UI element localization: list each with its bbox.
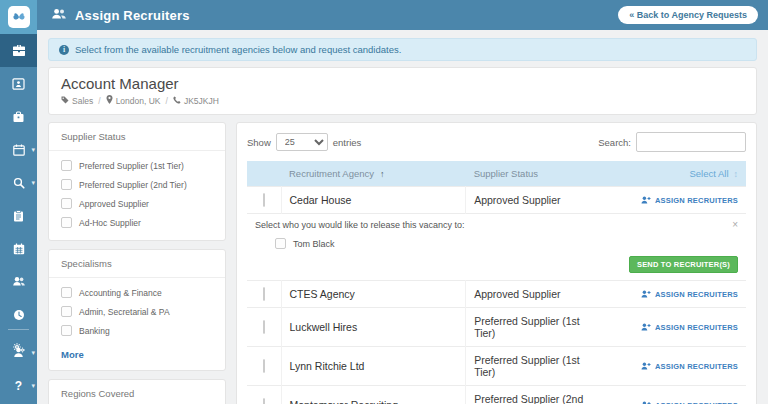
agency-name: Montemayor Recruiting <box>281 386 466 404</box>
tag-icon <box>61 96 69 106</box>
entries-label: entries <box>333 137 362 148</box>
location-tag: London, UK <box>106 95 161 106</box>
filter-title: Regions Covered <box>49 380 225 404</box>
assign-recruiters-link[interactable]: ASSIGN RECRUITERS <box>641 401 738 404</box>
filter-option[interactable]: Approved Supplier <box>61 198 213 209</box>
filter-option[interactable]: Preferred Supplier (2nd Tier) <box>61 179 213 190</box>
filter-supplier-status: Supplier Status Preferred Supplier (1st … <box>48 122 226 241</box>
filter-column: Supplier Status Preferred Supplier (1st … <box>48 122 226 404</box>
sector-tag: Sales <box>61 96 93 106</box>
tag-separator: / <box>98 96 100 106</box>
assign-recruiters-link[interactable]: ASSIGN RECRUITERS <box>641 290 738 299</box>
phone-icon <box>173 96 181 106</box>
send-to-recruiters-button[interactable]: SEND TO RECRUITER(S) <box>629 256 738 273</box>
show-label: Show <box>247 137 271 148</box>
checkbox[interactable] <box>61 325 72 336</box>
assign-recruiters-link[interactable]: ASSIGN RECRUITERS <box>641 196 738 205</box>
checkbox[interactable] <box>61 217 72 228</box>
table-row: Luckwell Hires Preferred Supplier (1st T… <box>247 308 746 347</box>
account-manager-card: Account Manager Sales / London, UK / JK5… <box>48 67 757 115</box>
checkbox[interactable] <box>275 238 286 249</box>
tag-separator: / <box>166 96 168 106</box>
sidebar-item-contacts[interactable] <box>0 67 37 100</box>
assign-recruiters-link[interactable]: ASSIGN RECRUITERS <box>641 362 738 371</box>
reference-tag: JK5JKJH <box>173 96 219 106</box>
sidebar-item-candidates[interactable] <box>0 265 37 298</box>
sidebar-item-help[interactable]: ? ▾ <box>0 369 37 402</box>
header-select-all[interactable]: Select All↕ <box>596 161 746 187</box>
agency-name: Luckwell Hires <box>281 308 466 347</box>
sidebar-item-vacancies[interactable] <box>0 34 37 67</box>
supplier-status: Approved Supplier <box>466 187 596 214</box>
row-checkbox[interactable] <box>263 287 265 301</box>
close-icon[interactable]: × <box>732 220 738 230</box>
sidebar-item-tasks[interactable] <box>0 199 37 232</box>
page-title-group: Assign Recruiters <box>51 8 190 23</box>
filter-title: Supplier Status <box>49 123 225 151</box>
filter-option[interactable]: Preferred Supplier (1st Tier) <box>61 160 213 171</box>
search-input[interactable] <box>636 132 746 152</box>
checkbox[interactable] <box>61 306 72 317</box>
supplier-status: Preferred Supplier (2nd Tier) <box>466 386 596 404</box>
sort-ascending-icon[interactable]: ↑ <box>380 169 385 179</box>
row-checkbox[interactable] <box>263 359 265 373</box>
checkbox[interactable] <box>61 179 72 190</box>
back-to-agency-requests-button[interactable]: « Back to Agency Requests <box>618 6 758 24</box>
header-agency[interactable]: Recruitment Agency↑ <box>281 161 466 187</box>
recruiter-option[interactable]: Tom Black <box>247 234 746 254</box>
chevron-down-icon: ▾ <box>31 179 35 187</box>
sidebar-item-search[interactable]: ▾ <box>0 166 37 199</box>
agency-name: CTES Agency <box>281 281 466 308</box>
assign-recruiters-link[interactable]: ASSIGN RECRUITERS <box>641 323 738 332</box>
checkbox[interactable] <box>61 287 72 298</box>
calendar-icon <box>13 144 25 156</box>
calendar-grid-icon <box>13 243 25 255</box>
filter-option[interactable]: Accounting & Finance <box>61 287 213 298</box>
filter-title: Specialisms <box>49 250 225 278</box>
row-checkbox[interactable] <box>263 398 265 404</box>
agencies-panel: Show 25 entries Search: Recruitment Agen… <box>236 122 757 404</box>
sidebar: ▾ ▾ ▾ ? ▾ <box>0 0 37 404</box>
recruiter-name: Tom Black <box>293 239 335 249</box>
sidebar-item-jobs[interactable] <box>0 100 37 133</box>
table-row: Montemayor Recruiting Preferred Supplier… <box>247 386 746 404</box>
main-content: i Select from the available recruitment … <box>37 30 768 404</box>
user-icon <box>13 347 24 358</box>
bag-icon <box>12 111 25 123</box>
table-row: Cedar House Approved Supplier ASSIGN REC… <box>247 187 746 214</box>
info-alert: i Select from the available recruitment … <box>48 38 757 61</box>
sidebar-item-planner[interactable] <box>0 232 37 265</box>
header-status[interactable]: Supplier Status <box>466 161 596 187</box>
account-manager-title: Account Manager <box>61 75 744 92</box>
row-checkbox[interactable] <box>263 193 265 207</box>
account-tags: Sales / London, UK / JK5JKJH <box>61 95 744 106</box>
agencies-table: Recruitment Agency↑ Supplier Status Sele… <box>247 161 746 404</box>
agency-name: Lynn Ritchie Ltd <box>281 347 466 386</box>
release-prompt: Select who you would like to release thi… <box>255 220 465 230</box>
checkbox[interactable] <box>61 198 72 209</box>
filter-option[interactable]: Admin, Secretarial & PA <box>61 306 213 317</box>
row-checkbox[interactable] <box>263 320 265 334</box>
butterfly-logo-icon <box>8 6 30 28</box>
page-title: Assign Recruiters <box>75 8 190 23</box>
table-row: CTES Agency Approved Supplier ASSIGN REC… <box>247 281 746 308</box>
users-icon <box>51 8 67 23</box>
map-marker-icon <box>106 95 113 106</box>
sidebar-item-calendar[interactable]: ▾ <box>0 133 37 166</box>
address-book-icon <box>12 78 25 90</box>
app-logo[interactable] <box>0 0 37 34</box>
search-label: Search: <box>598 137 631 148</box>
table-header-row: Recruitment Agency↑ Supplier Status Sele… <box>247 161 746 187</box>
filter-option[interactable]: Ad-Hoc Supplier <box>61 217 213 228</box>
supplier-status: Approved Supplier <box>466 281 596 308</box>
supplier-status: Preferred Supplier (1st Tier) <box>466 308 596 347</box>
page-header: Assign Recruiters « Back to Agency Reque… <box>37 0 768 30</box>
sort-icon[interactable]: ↕ <box>734 169 739 179</box>
checkbox[interactable] <box>61 160 72 171</box>
more-specialisms-link[interactable]: More <box>61 349 84 360</box>
page-size-group: Show 25 entries <box>247 133 361 151</box>
filter-option[interactable]: Banking <box>61 325 213 336</box>
sidebar-item-account[interactable]: ▾ <box>0 336 37 369</box>
page-size-select[interactable]: 25 <box>276 133 328 151</box>
clipboard-icon <box>13 210 24 222</box>
